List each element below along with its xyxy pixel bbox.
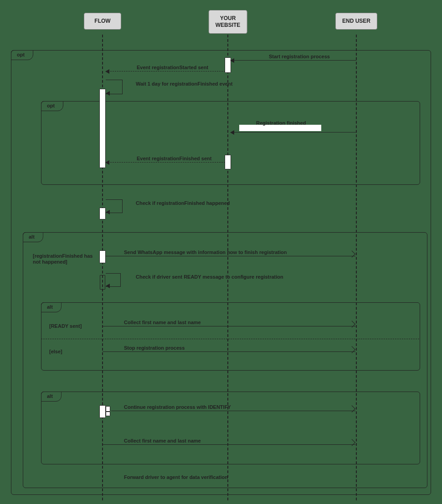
- arrow-reg-started-sent: [106, 71, 225, 71]
- frame-alt-1-label: alt: [29, 234, 35, 239]
- frame-alt-2-label: alt: [47, 304, 53, 310]
- arrow-send-whatsapp: [106, 256, 355, 256]
- participant-enduser-label: END USER: [342, 18, 370, 24]
- frame-opt-outer-label: opt: [17, 52, 25, 57]
- label-check-reg-finished: Check if registrationFinished happened: [136, 200, 230, 206]
- arrow-reg-finished-sent: [106, 162, 225, 163]
- guard-else: [else]: [49, 349, 62, 355]
- label-collect-name-1: Collect first name and last name: [124, 320, 201, 325]
- label-collect-name-2: Collect first name and last name: [124, 438, 201, 443]
- participant-website-label: YOUR WEBSITE: [216, 15, 241, 28]
- frame-alt-1-tag: alt: [23, 232, 43, 242]
- label-reg-started-sent: Event registrationStarted sent: [137, 65, 208, 70]
- label-continue-identify: Continue registration process with IDENT…: [124, 404, 231, 410]
- participant-flow-label: FLOW: [94, 18, 110, 24]
- frame-opt-outer-tag: opt: [11, 50, 33, 60]
- arrow-stop-registration: [103, 351, 355, 352]
- label-send-whatsapp: Send WhatsApp message with information h…: [124, 249, 287, 255]
- activation-flow-5: [99, 405, 106, 418]
- label-registration-finished: Registration finished: [256, 120, 306, 126]
- arrow-start-registration: [231, 60, 356, 61]
- frame-alt-2-tag: alt: [41, 302, 62, 312]
- frame-opt-inner: opt: [41, 101, 420, 185]
- frame-alt-3-tag: alt: [41, 392, 62, 402]
- label-stop-registration: Stop registration process: [124, 345, 185, 351]
- frame-alt-2: alt: [41, 302, 420, 371]
- frame-alt-3-label: alt: [47, 393, 53, 399]
- activation-flow-2: [99, 208, 106, 219]
- label-check-ready: Check if driver sent READY message to co…: [136, 274, 283, 280]
- participant-website: YOUR WEBSITE: [209, 10, 247, 34]
- arrow-registration-finished: [231, 132, 356, 132]
- label-reg-finished-sent: Event registrationFinished sent: [137, 156, 211, 161]
- label-forward-agent: Forward driver to agent for data verific…: [124, 474, 228, 480]
- arrow-continue-identify: [111, 411, 355, 411]
- activation-flow-5b: [106, 406, 110, 412]
- frame-opt-inner-label: opt: [47, 103, 55, 108]
- divider-alt2: [41, 339, 419, 339]
- frame-alt-3: alt: [41, 392, 420, 464]
- label-wait-1-day: Wait 1 day for registrationFinished even…: [136, 81, 232, 87]
- label-start-registration: Start registration process: [269, 54, 330, 59]
- frame-opt-inner-tag: opt: [41, 101, 63, 111]
- activation-flow-1: [99, 89, 106, 168]
- guard-reg-not-happened: [registrationFinished has not happened]: [33, 253, 101, 265]
- activation-flow-5c: [106, 412, 110, 416]
- activation-website-2: [225, 155, 231, 169]
- guard-ready-sent: [READY sent]: [49, 323, 82, 329]
- participant-flow: FLOW: [84, 13, 121, 30]
- participant-enduser: END USER: [335, 13, 377, 30]
- highlight-registration-finished: [239, 125, 321, 131]
- arrow-collect-name-2: [103, 444, 355, 445]
- activation-flow-4: [100, 275, 105, 290]
- arrow-collect-name-1: [103, 326, 355, 326]
